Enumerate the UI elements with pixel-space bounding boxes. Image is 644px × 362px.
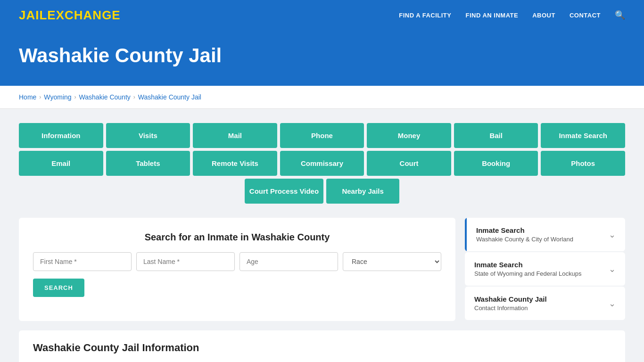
search-form-box: Search for an Inmate in Washakie County … [19,218,455,321]
sidebar-card-washakie-title: Inmate Search [476,226,573,234]
sidebar-card-wyoming-header[interactable]: Inmate Search State of Wyoming and Feder… [465,252,625,286]
age-input[interactable] [239,252,338,271]
sidebar-card-contact-title: Washakie County Jail [474,295,547,303]
breadcrumb-section: Home › Wyoming › Washakie County › Washa… [0,86,644,109]
logo-jail: JAIL [19,8,47,22]
sidebar-card-washakie-text: Inmate Search Washakie County & City of … [476,226,573,243]
btn-nearby-jails[interactable]: Nearby Jails [326,179,399,204]
btn-tablets[interactable]: Tablets [106,151,190,176]
btn-email[interactable]: Email [19,151,103,176]
btn-remote-visits[interactable]: Remote Visits [193,151,277,176]
sidebar-card-wyoming-title: Inmate Search [474,261,582,269]
info-section: Washakie County Jail Information [19,330,625,362]
sidebar-card-wyoming-text: Inmate Search State of Wyoming and Feder… [474,261,582,277]
main-content: Information Visits Mail Phone Money Bail… [0,109,644,362]
sidebar-card-wyoming-subtitle: State of Wyoming and Federal Lockups [474,270,582,277]
search-inputs-row: Race White Black Hispanic Asian Other [33,252,441,271]
btn-court-process-video[interactable]: Court Process Video [245,179,323,204]
btn-visits[interactable]: Visits [106,123,190,148]
btn-inmate-search[interactable]: Inmate Search [541,123,625,148]
breadcrumb-sep-1: › [39,94,41,100]
breadcrumb-home[interactable]: Home [19,93,36,101]
btn-court[interactable]: Court [367,151,451,176]
chevron-down-icon-1: ⌄ [609,264,616,274]
breadcrumb-sep-2: › [74,94,76,100]
nav-about[interactable]: ABOUT [532,12,555,19]
btn-commissary[interactable]: Commissary [280,151,364,176]
info-section-title: Washakie County Jail Information [33,342,611,354]
last-name-input[interactable] [136,252,235,271]
grid-row-2: Email Tablets Remote Visits Commissary C… [19,151,625,176]
nav-contact[interactable]: CONTACT [570,12,601,19]
breadcrumb-sep-3: › [133,94,135,100]
race-select[interactable]: Race White Black Hispanic Asian Other [343,252,441,271]
breadcrumb-wyoming[interactable]: Wyoming [44,93,71,101]
logo-exchange-highlight: E [47,8,56,22]
content-area: Search for an Inmate in Washakie County … [19,218,625,321]
sidebar-card-wyoming: Inmate Search State of Wyoming and Feder… [465,252,625,286]
hero-section: Washakie County Jail [0,30,644,86]
btn-information[interactable]: Information [19,123,103,148]
btn-photos[interactable]: Photos [541,151,625,176]
sidebar-card-washakie-subtitle: Washakie County & City of Worland [476,236,573,243]
btn-money[interactable]: Money [367,123,451,148]
search-form-title: Search for an Inmate in Washakie County [33,232,441,243]
sidebar-card-contact-header[interactable]: Washakie County Jail Contact Information… [465,287,625,320]
search-button[interactable]: SEARCH [33,279,84,297]
sidebar: Inmate Search Washakie County & City of … [465,218,625,321]
sidebar-card-contact: Washakie County Jail Contact Information… [465,287,625,320]
grid-row-1: Information Visits Mail Phone Money Bail… [19,123,625,148]
nav-find-inmate[interactable]: FIND AN INMATE [465,12,518,19]
sidebar-card-contact-text: Washakie County Jail Contact Information [474,295,547,312]
chevron-down-icon-0: ⌄ [609,230,616,240]
site-header: JAILEXCHANGE FIND A FACILITY FIND AN INM… [0,0,644,30]
btn-mail[interactable]: Mail [193,123,277,148]
btn-booking[interactable]: Booking [454,151,538,176]
breadcrumb-current: Washakie County Jail [138,93,201,101]
page-title: Washakie County Jail [19,44,625,67]
breadcrumb: Home › Wyoming › Washakie County › Washa… [19,93,625,101]
sidebar-card-contact-subtitle: Contact Information [474,304,547,312]
logo-exchange-rest: XCHANGE [56,8,121,22]
chevron-down-icon-2: ⌄ [609,298,616,309]
btn-bail[interactable]: Bail [454,123,538,148]
main-nav: FIND A FACILITY FIND AN INMATE ABOUT CON… [399,10,625,20]
sidebar-card-washakie-header[interactable]: Inmate Search Washakie County & City of … [465,218,625,251]
sidebar-card-washakie: Inmate Search Washakie County & City of … [465,218,625,251]
first-name-input[interactable] [33,252,132,271]
breadcrumb-washakie-county[interactable]: Washakie County [79,93,131,101]
grid-row-3: Court Process Video Nearby Jails [19,179,625,204]
btn-phone[interactable]: Phone [280,123,364,148]
search-icon[interactable]: 🔍 [615,10,625,20]
nav-find-facility[interactable]: FIND A FACILITY [399,12,451,19]
site-logo[interactable]: JAILEXCHANGE [19,8,121,23]
